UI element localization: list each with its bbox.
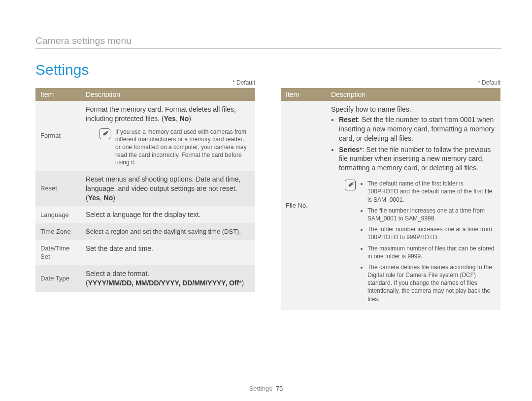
list-item: Reset: Set the file number to start from…	[339, 115, 496, 143]
col-header-item: Item	[35, 88, 81, 101]
table-row: Date Type Select a date format. (YYYY/MM…	[35, 265, 255, 292]
list-item: The camera defines file names according …	[367, 263, 496, 303]
list-item: The file number increases one at a time …	[367, 207, 496, 222]
note-text: If you use a memory card used with camer…	[115, 128, 250, 167]
fileno-options: Reset: Set the file number to start from…	[331, 115, 496, 173]
table-row: Time Zone Select a region and set the da…	[35, 223, 255, 240]
col-header-description: Description	[81, 88, 255, 101]
desc-format: Format the memory card. Format deletes a…	[81, 101, 255, 171]
item-format: Format	[35, 101, 81, 171]
list-item: The maximum number of files that can be …	[367, 245, 496, 260]
table-row: File No. Specify how to name files. Rese…	[281, 101, 500, 310]
note-icon: ✐	[345, 180, 356, 190]
page-footer: Settings 75	[0, 385, 532, 392]
list-item: The folder number increases one at a tim…	[367, 225, 496, 241]
note-box: ✐ If you use a memory card used with cam…	[100, 128, 250, 167]
breadcrumb: Camera settings menu	[35, 35, 501, 49]
table-row: Format Format the memory card. Format de…	[35, 101, 255, 171]
item-datetime: Date/Time Set	[35, 240, 81, 265]
page-title: Settings	[35, 62, 501, 78]
table-row: Language Select a language for the displ…	[35, 206, 255, 223]
note-icon: ✐	[100, 128, 110, 139]
note-box: ✐ The default name of the first folder i…	[345, 180, 496, 306]
default-note-left: * Default	[35, 79, 255, 86]
desc-timezone: Select a region and set the daylight-sav…	[81, 223, 255, 240]
footer-page-number: 75	[276, 385, 283, 392]
desc-language: Select a language for the display text.	[81, 206, 255, 223]
col-header-item: Item	[281, 88, 326, 101]
settings-table-right: Item Description File No. Specify how to…	[281, 88, 500, 310]
table-row: Date/Time Set Set the date and time.	[35, 240, 255, 265]
col-header-description: Description	[326, 88, 500, 101]
list-item: Series*: Set the file number to follow t…	[339, 145, 496, 173]
list-item: The default name of the first folder is …	[367, 180, 496, 204]
item-datetype: Date Type	[35, 265, 81, 292]
right-column: * Default Item Description File No. Spec…	[281, 79, 500, 310]
item-language: Language	[35, 206, 81, 223]
desc-datetime: Set the date and time.	[81, 240, 255, 265]
content-columns: * Default Item Description Format Format…	[35, 79, 501, 310]
desc-fileno: Specify how to name files. Reset: Set th…	[326, 101, 500, 310]
footer-label: Settings	[249, 385, 272, 392]
fileno-notes: The default name of the first folder is …	[361, 180, 496, 306]
table-row: Reset Reset menus and shooting options. …	[35, 171, 255, 207]
desc-datetype: Select a date format. (YYYY/MM/DD, MM/DD…	[81, 265, 255, 292]
item-fileno: File No.	[281, 101, 326, 310]
item-reset: Reset	[35, 171, 81, 207]
left-column: * Default Item Description Format Format…	[35, 79, 255, 310]
settings-table-left: Item Description Format Format the memor…	[35, 88, 255, 292]
default-note-right: * Default	[281, 79, 500, 86]
desc-reset: Reset menus and shooting options. Date a…	[81, 171, 255, 207]
page: Camera settings menu Settings * Default …	[0, 0, 532, 310]
item-timezone: Time Zone	[35, 223, 81, 240]
